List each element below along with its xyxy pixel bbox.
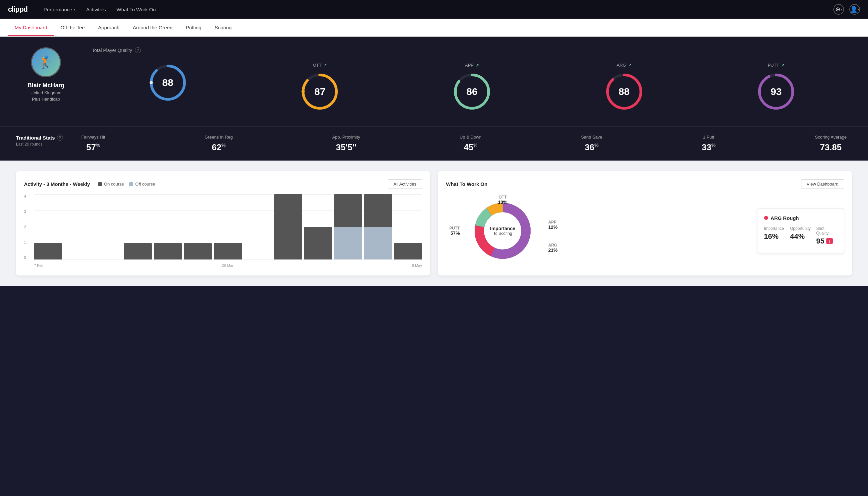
tab-my-dashboard[interactable]: My Dashboard xyxy=(8,19,54,36)
gauge-overall: 88 xyxy=(148,63,188,103)
stat-fairways-value: 57% xyxy=(81,142,105,153)
stat-scoring-average: Scoring Average 73.85 xyxy=(810,135,852,153)
help-icon[interactable]: ? xyxy=(135,47,141,53)
stat-scoring-avg-value: 73.85 xyxy=(815,142,847,153)
bar-dark xyxy=(184,243,212,260)
user-icon: 👤 xyxy=(850,6,857,13)
activity-card: Activity - 3 Months - Weekly On course O… xyxy=(16,171,430,276)
work-card-title: What To Work On xyxy=(446,181,487,187)
stat-sand-save: Sand Save 36% xyxy=(575,135,607,153)
stats-title: Traditional Stats ? xyxy=(16,135,76,141)
stats-label-group: Traditional Stats ? Last 20 rounds xyxy=(16,135,76,146)
bottom-section: Activity - 3 Months - Weekly On course O… xyxy=(0,160,868,286)
bar-dark xyxy=(34,243,62,260)
player-name: Blair McHarg xyxy=(27,82,64,89)
traditional-stats-row: Traditional Stats ? Last 20 rounds Fairw… xyxy=(0,126,868,160)
svg-point-8 xyxy=(454,90,457,93)
bar-col-8 xyxy=(274,194,302,260)
stats-subtitle: Last 20 rounds xyxy=(16,142,76,146)
logo[interactable]: clippd xyxy=(8,5,28,14)
tab-bar: My Dashboard Off the Tee Approach Around… xyxy=(0,19,868,37)
gauge-putt: 93 xyxy=(756,72,796,112)
stat-fairways-hit: Fairways Hit 57% xyxy=(76,135,111,153)
player-info: 🏌️ Blair McHarg United Kingdom Plus Hand… xyxy=(16,47,76,102)
donut-label-app: APP 12% xyxy=(548,220,557,230)
y-axis: 4 3 2 1 0 xyxy=(24,194,26,260)
donut-label-ott: OTT 10% xyxy=(498,195,507,205)
svg-point-11 xyxy=(606,90,609,93)
work-card-header: What To Work On View Dashboard xyxy=(446,179,844,189)
all-activities-button[interactable]: All Activities xyxy=(388,179,422,189)
view-dashboard-button[interactable]: View Dashboard xyxy=(801,179,844,189)
score-putt-label: PUTT ↗ xyxy=(768,63,784,68)
player-handicap: Plus Handicap xyxy=(32,97,60,102)
gauge-app: 86 xyxy=(452,72,492,112)
bar-col-3 xyxy=(124,194,152,260)
red-dot-icon xyxy=(764,216,768,220)
score-arg: ARG ↗ 88 xyxy=(548,59,700,115)
legend-off-course: Off course xyxy=(129,182,155,187)
legend-on-course: On course xyxy=(98,182,124,187)
bar-col-6 xyxy=(214,194,242,260)
score-app-label: APP ↗ xyxy=(465,63,479,68)
legend-off-course-dot xyxy=(129,182,133,186)
bar-light xyxy=(364,227,392,260)
bar-col-11 xyxy=(364,194,392,260)
bar-dark xyxy=(394,243,422,260)
tab-around-the-green[interactable]: Around the Green xyxy=(126,19,179,36)
info-metric-opportunity: Opportunity 44% xyxy=(790,226,811,246)
tab-off-the-tee[interactable]: Off the Tee xyxy=(54,19,92,36)
stats-help-icon[interactable]: ? xyxy=(57,135,63,141)
ott-trend-icon: ↗ xyxy=(323,63,327,68)
bar-chart-inner xyxy=(34,194,422,260)
nav-performance[interactable]: Performance ▾ xyxy=(44,5,76,14)
stat-1putt-value: 33% xyxy=(702,142,715,153)
app-trend-icon: ↗ xyxy=(476,63,479,68)
nav-what-to-work-on[interactable]: What To Work On xyxy=(116,5,156,14)
nav-activities[interactable]: Activities xyxy=(86,5,106,14)
tab-putting[interactable]: Putting xyxy=(179,19,208,36)
chevron-down-icon: ▾ xyxy=(74,7,76,12)
donut-label-arg: ARG 21% xyxy=(548,243,557,253)
tab-approach[interactable]: Approach xyxy=(91,19,126,36)
bar-col-1 xyxy=(64,194,92,260)
player-location: United Kingdom xyxy=(31,90,62,95)
info-metric-importance: Importance 16% xyxy=(764,226,785,246)
bar-col-2 xyxy=(94,194,122,260)
bar-dark xyxy=(304,227,332,260)
add-button[interactable]: ⊕ ▾ xyxy=(833,4,844,15)
logo-text: clip xyxy=(8,5,19,13)
score-cards: 88 OTT ↗ 87 xyxy=(92,59,852,115)
gauge-ott: 87 xyxy=(300,72,340,112)
stat-1-putt: 1 Putt 33% xyxy=(696,135,721,153)
putt-trend-icon: ↗ xyxy=(781,63,784,68)
bar-dark xyxy=(214,243,242,260)
bar-col-10 xyxy=(334,194,362,260)
bar-col-12 xyxy=(394,194,422,260)
user-menu-button[interactable]: 👤 ▾ xyxy=(849,4,860,15)
work-card: What To Work On View Dashboard PUTT 57% xyxy=(438,171,852,276)
bar-chart: 4 3 2 1 0 7 Feb 28 Mar 9 May xyxy=(24,194,422,267)
score-app-value: 86 xyxy=(466,86,477,97)
score-ott-value: 87 xyxy=(314,86,326,97)
opportunity-value: 44% xyxy=(790,232,811,241)
bar-col-7 xyxy=(244,194,272,260)
legend-on-course-dot xyxy=(98,182,102,186)
donut-container: Importance To Scoring xyxy=(469,198,536,264)
stat-up-down: Up & Down 45% xyxy=(454,135,487,153)
stat-sand-save-value: 36% xyxy=(581,142,602,153)
info-card: ARG Rough Importance 16% Opportunity 44%… xyxy=(757,208,844,254)
plus-icon: ⊕ xyxy=(835,6,840,13)
activity-card-header: Activity - 3 Months - Weekly On course O… xyxy=(24,179,422,189)
donut-label-putt: PUTT 57% xyxy=(449,226,460,236)
x-axis: 7 Feb 28 Mar 9 May xyxy=(34,263,422,267)
bar-col-4 xyxy=(154,194,182,260)
tab-scoring[interactable]: Scoring xyxy=(208,19,238,36)
score-app: APP ↗ 86 xyxy=(396,59,548,115)
stat-greens-value: 62% xyxy=(205,142,233,153)
score-arg-value: 88 xyxy=(618,86,630,97)
bar-dark xyxy=(154,243,182,260)
shot-quality-badge: ↓ xyxy=(826,238,833,244)
bar-dark xyxy=(364,194,392,227)
score-arg-label: ARG ↗ xyxy=(617,63,631,68)
